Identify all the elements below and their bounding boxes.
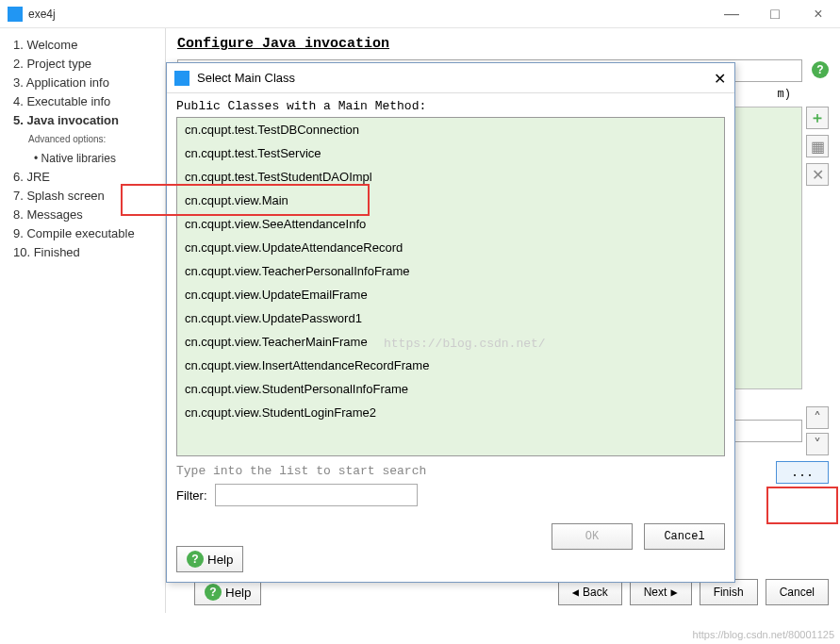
- dialog-titlebar: Select Main Class ✕: [167, 63, 734, 93]
- window-title: exe4j: [28, 8, 56, 21]
- search-hint: Type into the list to start search: [176, 464, 725, 478]
- step-finished[interactable]: 10. Finished: [13, 243, 165, 262]
- select-main-class-dialog: Select Main Class ✕ Public Classes with …: [166, 62, 735, 583]
- list-item[interactable]: cn.cqupt.test.TestDBConnection: [177, 118, 724, 141]
- dialog-icon: [174, 71, 189, 86]
- dialog-help-button[interactable]: ? Help: [176, 546, 243, 572]
- list-item[interactable]: cn.cqupt.view.InsertAttendanceRecordFram…: [177, 354, 724, 377]
- native-libraries-sub[interactable]: • Native libraries: [13, 149, 165, 168]
- move-up-button[interactable]: ˄: [806, 406, 829, 429]
- list-item[interactable]: cn.cqupt.view.UpdateEmailFrame: [177, 283, 724, 306]
- step-application-info[interactable]: 3. Application info: [13, 74, 165, 92]
- help-label: Help: [225, 586, 251, 600]
- finish-button[interactable]: Finish: [700, 579, 758, 605]
- list-item[interactable]: cn.cqupt.view.TeacherMainFrame: [177, 330, 724, 354]
- dialog-close-button[interactable]: ✕: [710, 69, 729, 88]
- advanced-options-label: Advanced options:: [13, 130, 165, 149]
- dialog-title: Select Main Class: [197, 71, 295, 85]
- highlight-main-item: [121, 184, 370, 216]
- help-button[interactable]: ? Help: [194, 579, 261, 605]
- step-project-type[interactable]: 2. Project type: [13, 55, 165, 74]
- move-down-button[interactable]: ˅: [806, 433, 829, 455]
- add-entry-button[interactable]: ＋: [806, 107, 829, 129]
- dialog-help-label: Help: [207, 553, 233, 567]
- filter-label: Filter:: [176, 488, 207, 503]
- list-item[interactable]: cn.cqupt.test.TestService: [177, 141, 724, 165]
- edit-entry-button[interactable]: ▦: [806, 135, 829, 157]
- list-item[interactable]: cn.cqupt.view.StudentPersonalInfoFrame: [177, 377, 724, 401]
- back-button[interactable]: ◀ Back: [558, 579, 622, 605]
- wizard-sidebar: 1. Welcome 2. Project type 3. Applicatio…: [0, 28, 165, 613]
- browse-main-class-button[interactable]: ...: [776, 461, 829, 484]
- dialog-list-label: Public Classes with a Main Method:: [176, 99, 725, 113]
- list-item[interactable]: cn.cqupt.view.UpdateAttendanceRecord: [177, 236, 724, 259]
- section-heading: Configure Java invocation: [177, 36, 829, 52]
- next-button[interactable]: Next ▶: [630, 579, 692, 605]
- step-welcome[interactable]: 1. Welcome: [13, 36, 165, 55]
- help-icon: ?: [205, 584, 222, 601]
- cancel-button[interactable]: Cancel: [766, 579, 829, 605]
- minimize-button[interactable]: —: [710, 0, 753, 28]
- app-icon: [8, 7, 23, 22]
- delete-entry-button[interactable]: ✕: [806, 163, 829, 186]
- step-executable-info[interactable]: 4. Executable info: [13, 92, 165, 111]
- help-icon[interactable]: ?: [812, 61, 829, 78]
- dialog-ok-button[interactable]: OK: [552, 523, 633, 550]
- list-item[interactable]: cn.cqupt.view.TeacherPersonalInfoFrame: [177, 259, 724, 283]
- list-item[interactable]: cn.cqupt.view.StudentLoginFrame2: [177, 401, 724, 424]
- close-button[interactable]: ×: [797, 0, 840, 28]
- help-icon: ?: [187, 551, 204, 568]
- step-java-invocation[interactable]: 5. Java invocation: [13, 111, 165, 130]
- maximize-button[interactable]: □: [753, 0, 797, 28]
- highlight-ellipsis: [766, 487, 838, 524]
- list-item[interactable]: cn.cqupt.view.UpdatePassword1: [177, 306, 724, 330]
- class-list[interactable]: cn.cqupt.test.TestDBConnection cn.cqupt.…: [176, 117, 725, 456]
- corner-watermark: https://blog.csdn.net/80001125: [693, 629, 834, 640]
- filter-input[interactable]: [215, 484, 418, 506]
- window-titlebar: exe4j — □ ×: [0, 0, 840, 28]
- step-compile-executable[interactable]: 9. Compile executable: [13, 224, 165, 243]
- dialog-cancel-button[interactable]: Cancel: [644, 523, 725, 550]
